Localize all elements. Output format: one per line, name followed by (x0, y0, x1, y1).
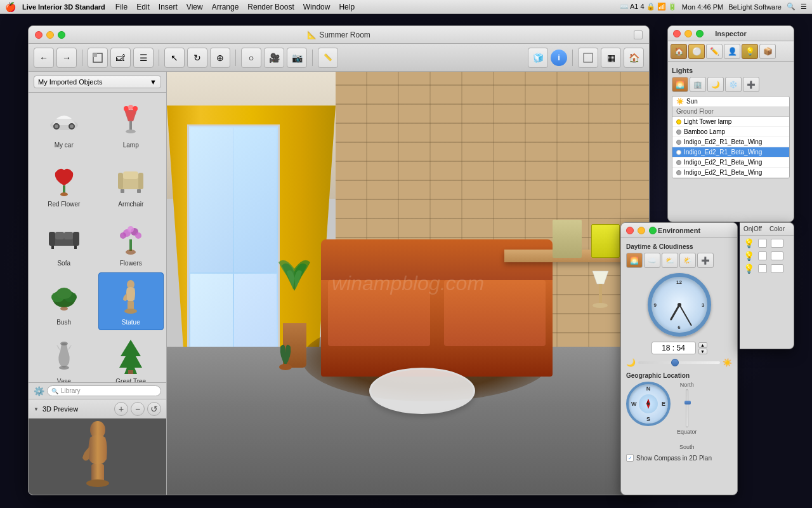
objects-header: My Imported Objects ▼ (29, 72, 166, 93)
env-btn-add[interactable]: ➕ (697, 253, 714, 268)
daytime-slider[interactable] (638, 361, 720, 364)
lights-btn-add[interactable]: ➕ (743, 77, 759, 92)
move-button[interactable]: ⊕ (210, 48, 230, 68)
object-item-armchair[interactable]: Armchair (98, 154, 164, 212)
settings-icon[interactable]: ⚙️ (34, 386, 44, 396)
cursor-button[interactable]: ↖ (164, 48, 185, 68)
inspector-minimize-button[interactable] (684, 30, 692, 37)
measure-button[interactable]: 📏 (318, 48, 338, 68)
inspector-close-button[interactable] (673, 30, 681, 37)
latitude-thumb[interactable] (684, 401, 691, 404)
object-item-great-tree[interactable]: Great Tree (98, 331, 164, 382)
menu-window[interactable]: Window (303, 3, 331, 11)
light-item-indigo-1[interactable]: Indigo_Ed2_R1_Beta_Wing (672, 137, 789, 147)
menu-arrange[interactable]: Arrange (212, 3, 239, 11)
time-step-down[interactable]: ▼ (698, 349, 707, 354)
object-item-statue[interactable]: Statue (98, 272, 164, 330)
objects-dropdown[interactable]: My Imported Objects ▼ (34, 76, 161, 88)
color-swatch-3[interactable] (771, 264, 783, 273)
menu-icon[interactable]: ☰ (801, 3, 807, 11)
latitude-track[interactable] (686, 389, 688, 427)
lights-sun-item[interactable]: ☀️ Sun (672, 97, 789, 107)
menu-file[interactable]: File (115, 3, 128, 11)
light-item-tower-lamp[interactable]: Light Tower lamp (672, 117, 789, 127)
split-view-button[interactable]: ▦ (601, 48, 621, 68)
light-item-bamboo[interactable]: Bamboo Lamp (672, 127, 789, 137)
info-button[interactable]: i (551, 50, 567, 66)
inspector-maximize-button[interactable] (696, 30, 704, 37)
menu-view[interactable]: View (187, 3, 203, 11)
maximize-button[interactable] (58, 31, 65, 39)
inspector-btn-bulb[interactable]: 💡 (742, 44, 758, 59)
menu-edit[interactable]: Edit (136, 3, 150, 11)
object-item-flowers[interactable]: Flowers (98, 213, 164, 271)
inspector-btn-light[interactable]: ⚪ (688, 44, 705, 59)
light-item-indigo-4[interactable]: Indigo_Ed2_R1_Beta_Wing (672, 168, 789, 178)
2d-view-button[interactable] (578, 48, 598, 68)
env-minimize-button[interactable] (638, 227, 645, 234)
preview-header[interactable]: ▼ 3D Preview + − ↺ (29, 399, 166, 418)
lights-btn-moon[interactable]: 🌙 (707, 77, 724, 92)
zoom-in-button[interactable]: + (114, 402, 128, 416)
menu-render[interactable]: Render Boost (247, 3, 294, 11)
object-item-lamp[interactable]: Lamp (98, 95, 164, 153)
inspector-btn-box[interactable]: 📦 (759, 44, 776, 59)
time-input-field[interactable] (652, 342, 696, 354)
window-fullscreen-button[interactable] (634, 30, 643, 39)
sun-icon: ☀️ (676, 98, 684, 105)
main-canvas[interactable]: winampblog.com (167, 72, 649, 495)
env-btn-sun[interactable]: 🌤️ (679, 253, 696, 268)
color-swatch-1[interactable] (771, 239, 783, 248)
svg-rect-48 (91, 464, 104, 482)
object-item-bush[interactable]: Bush (31, 272, 97, 330)
lights-btn-snow[interactable]: ❄️ (725, 77, 742, 92)
menu-insert[interactable]: Insert (159, 3, 178, 11)
env-btn-cloud1[interactable]: ☁️ (644, 253, 660, 268)
color-swatch-2[interactable] (771, 251, 783, 260)
inspector-btn-house[interactable]: 🏠 (671, 44, 687, 59)
house-view-button[interactable]: 🏠 (624, 48, 644, 68)
apple-menu[interactable]: 🍎 (5, 2, 16, 12)
onoff-check-1[interactable] (758, 239, 767, 248)
inspector-btn-person[interactable]: 👤 (724, 44, 740, 59)
daytime-slider-thumb[interactable] (671, 359, 679, 366)
circle-tool[interactable]: ○ (241, 48, 261, 68)
object-item-flower[interactable]: Red Flower (31, 154, 97, 212)
onoff-check-3[interactable] (758, 264, 767, 273)
env-btn-cloud2[interactable]: ⛅ (662, 253, 678, 268)
back-button[interactable]: ← (34, 48, 54, 68)
forward-button[interactable]: → (56, 48, 77, 68)
minimize-button[interactable] (46, 31, 54, 39)
time-step-up[interactable]: ▲ (698, 342, 707, 348)
light-item-indigo-2[interactable]: Indigo_Ed2_R1_Beta_Wing (672, 147, 789, 157)
preview-content (29, 418, 166, 495)
lights-btn-building[interactable]: 🏢 (690, 77, 706, 92)
light-item-indigo-3[interactable]: Indigo_Ed2_R1_Beta_Wing (672, 157, 789, 168)
photo-button[interactable]: 📷 (287, 48, 307, 68)
object-item-sofa[interactable]: Sofa (31, 213, 97, 271)
search-bar[interactable]: 🔍 Library (47, 385, 161, 396)
inspector-btn-edit[interactable]: ✏️ (706, 44, 723, 59)
toolbar-separator-5 (572, 50, 573, 66)
zoom-out-button[interactable]: − (131, 402, 145, 416)
rotate-button[interactable]: ↻ (187, 48, 207, 68)
env-close-button[interactable] (626, 227, 634, 234)
3d-objects-button[interactable]: 🧊 (528, 48, 548, 68)
show-compass-checkbox[interactable]: ✓ (626, 454, 634, 462)
floor-plan-button[interactable] (88, 48, 108, 68)
object-item-car[interactable]: My car (31, 95, 97, 153)
geo-section: Geographic Location N S E W (626, 372, 732, 462)
onoff-check-2[interactable] (758, 251, 767, 260)
close-button[interactable] (35, 31, 43, 39)
env-btn-sunrise[interactable]: 🌅 (626, 253, 643, 268)
menu-help[interactable]: Help (339, 3, 355, 11)
object-item-vase[interactable]: Vase (31, 331, 97, 382)
refresh-button[interactable]: ↺ (147, 402, 161, 416)
lights-btn-sunset[interactable]: 🌅 (672, 77, 688, 92)
env-maximize-button[interactable] (649, 227, 657, 234)
app-name[interactable]: Live Interior 3D Standard (22, 3, 105, 11)
list-button[interactable]: ☰ (133, 48, 154, 68)
search-icon[interactable]: 🔍 (787, 3, 796, 11)
camera-tool[interactable]: 🎥 (264, 48, 284, 68)
furniture-button[interactable]: 🛋 (110, 48, 131, 68)
